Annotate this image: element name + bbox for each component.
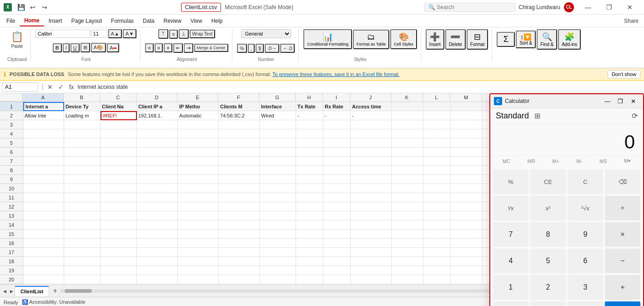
row-header-21[interactable]: 21 bbox=[0, 284, 23, 285]
cell-3-10[interactable] bbox=[351, 120, 392, 129]
cell-6-5[interactable] bbox=[178, 148, 219, 157]
formula-fx-button[interactable]: fx bbox=[67, 82, 76, 92]
cell-20-5[interactable] bbox=[178, 275, 219, 284]
format-button[interactable]: ⊟ Format bbox=[467, 29, 488, 50]
cell-3-5[interactable] bbox=[178, 120, 219, 129]
cell-8-5[interactable] bbox=[178, 166, 219, 175]
cell-18-3[interactable] bbox=[101, 257, 137, 266]
cell-12-12[interactable] bbox=[423, 202, 451, 211]
cell-14-10[interactable] bbox=[351, 220, 392, 230]
calc-btn--[interactable]: × bbox=[605, 222, 640, 247]
cell-10-13[interactable] bbox=[451, 184, 483, 193]
cell-15-12[interactable] bbox=[423, 230, 451, 239]
cell-8-12[interactable] bbox=[423, 166, 451, 175]
cell-21-12[interactable] bbox=[423, 284, 451, 285]
cell-16-8[interactable] bbox=[296, 239, 323, 248]
cell-14-8[interactable] bbox=[296, 220, 323, 230]
cell-18-6[interactable] bbox=[219, 257, 260, 266]
cell-4-6[interactable] bbox=[219, 129, 260, 138]
italic-button[interactable]: I bbox=[63, 43, 70, 52]
cell-5-11[interactable] bbox=[392, 138, 423, 148]
calc-btn-0[interactable]: 0 bbox=[530, 301, 566, 306]
cell-19-9[interactable] bbox=[323, 266, 351, 275]
menu-formulas[interactable]: Formulas bbox=[106, 16, 138, 26]
font-color-button[interactable]: A▬ bbox=[107, 43, 119, 52]
col-header-b[interactable]: B bbox=[64, 93, 100, 102]
calc-btn---x[interactable]: ¹⁄x bbox=[493, 196, 528, 220]
row-header-4[interactable]: 4 bbox=[0, 129, 23, 138]
cell-4-12[interactable] bbox=[423, 129, 451, 138]
close-button[interactable]: ✕ bbox=[619, 0, 640, 15]
cell-1-6[interactable]: Clients M bbox=[219, 102, 260, 111]
row-header-16[interactable]: 16 bbox=[0, 239, 23, 248]
cell-6-10[interactable] bbox=[351, 148, 392, 157]
cell-13-8[interactable] bbox=[296, 211, 323, 220]
cell-15-2[interactable] bbox=[64, 230, 101, 239]
cell-19-8[interactable] bbox=[296, 266, 323, 275]
calc-history-icon[interactable]: ⟳ bbox=[632, 112, 638, 120]
cell-15-5[interactable] bbox=[178, 230, 219, 239]
calc-btn-CE[interactable]: CE bbox=[530, 169, 566, 194]
cell-3-11[interactable] bbox=[392, 120, 423, 129]
cell-17-13[interactable] bbox=[451, 248, 483, 257]
cell-8-10[interactable] bbox=[351, 166, 392, 175]
cell-11-3[interactable] bbox=[101, 193, 137, 202]
cell-20-4[interactable] bbox=[137, 275, 178, 284]
cell-16-11[interactable] bbox=[392, 239, 423, 248]
row-header-6[interactable]: 6 bbox=[0, 148, 23, 157]
calc-btn-1[interactable]: 1 bbox=[493, 275, 528, 300]
indent-decrease-button[interactable]: ⇤ bbox=[173, 43, 183, 53]
cell-17-7[interactable] bbox=[260, 248, 296, 257]
cell-14-11[interactable] bbox=[392, 220, 423, 230]
calc-btn-9[interactable]: 9 bbox=[568, 222, 603, 247]
bold-button[interactable]: B bbox=[53, 43, 62, 52]
cell-9-13[interactable] bbox=[451, 175, 483, 184]
minimize-button[interactable]: — bbox=[578, 0, 599, 15]
cell-4-11[interactable] bbox=[392, 129, 423, 138]
col-header-f[interactable]: F bbox=[218, 93, 259, 102]
col-header-g[interactable]: G bbox=[259, 93, 296, 102]
cell-14-3[interactable] bbox=[101, 220, 137, 230]
cell-6-4[interactable] bbox=[137, 148, 178, 157]
cell-15-7[interactable] bbox=[260, 230, 296, 239]
cell-19-2[interactable] bbox=[64, 266, 101, 275]
calc-btn--[interactable]: % bbox=[493, 169, 528, 194]
calc-btn--[interactable]: ⌫ bbox=[605, 169, 640, 194]
cell-15-11[interactable] bbox=[392, 230, 423, 239]
cell-16-6[interactable] bbox=[219, 239, 260, 248]
cell-10-12[interactable] bbox=[423, 184, 451, 193]
cell-17-6[interactable] bbox=[219, 248, 260, 257]
cell-10-9[interactable] bbox=[323, 184, 351, 193]
menu-page-layout[interactable]: Page Layout bbox=[67, 16, 106, 26]
cell-11-11[interactable] bbox=[392, 193, 423, 202]
row-header-2[interactable]: 2 bbox=[0, 111, 23, 120]
cell-17-11[interactable] bbox=[392, 248, 423, 257]
cell-7-10[interactable] bbox=[351, 157, 392, 166]
find-select-button[interactable]: 🔍 Find & bbox=[537, 29, 557, 50]
cell-1-11[interactable] bbox=[392, 102, 423, 111]
dollar-button[interactable]: $ bbox=[256, 44, 264, 53]
cell-20-7[interactable] bbox=[260, 275, 296, 284]
conditional-formatting-button[interactable]: 📊 Conditional Formatting bbox=[303, 29, 352, 49]
cell-20-3[interactable] bbox=[101, 275, 137, 284]
align-top-button[interactable]: ⊤ bbox=[158, 29, 168, 39]
cell-2-10[interactable]: - bbox=[351, 111, 392, 120]
cell-17-9[interactable] bbox=[323, 248, 351, 257]
save-button[interactable]: 💾 bbox=[15, 2, 26, 13]
cell-21-13[interactable] bbox=[451, 284, 483, 285]
cell-11-9[interactable] bbox=[323, 193, 351, 202]
search-box[interactable]: 🔍 bbox=[424, 3, 515, 12]
cell-21-8[interactable] bbox=[296, 284, 323, 285]
format-as-table-button[interactable]: 🗂 Format as Table bbox=[353, 30, 389, 49]
col-header-l[interactable]: L bbox=[423, 93, 450, 102]
cell-20-13[interactable] bbox=[451, 275, 483, 284]
row-header-9[interactable]: 9 bbox=[0, 175, 23, 184]
cell-10-5[interactable] bbox=[178, 184, 219, 193]
align-left-button[interactable]: ≡ bbox=[145, 43, 153, 52]
cell-12-9[interactable] bbox=[323, 202, 351, 211]
add-sheet-button[interactable]: + bbox=[50, 286, 60, 296]
row-header-14[interactable]: 14 bbox=[0, 220, 23, 230]
cell-1-8[interactable]: Tx Rate bbox=[296, 102, 323, 111]
cell-16-9[interactable] bbox=[323, 239, 351, 248]
cell-18-13[interactable] bbox=[451, 257, 483, 266]
